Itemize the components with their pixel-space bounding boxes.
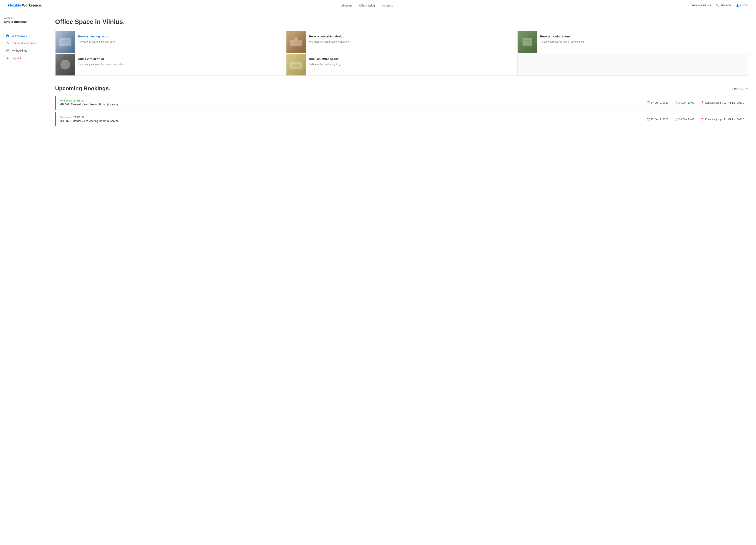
bookings-title-text: Upcoming Bookings bbox=[55, 85, 109, 91]
service-desc-office-space: Fully furnished and ready to go. bbox=[309, 62, 514, 66]
service-text-office-space: Book an office space. Fully furnished an… bbox=[306, 54, 517, 69]
service-desc-coworking: Your desk in shared space everywhere. bbox=[309, 40, 514, 44]
sidebar-label-my-bookings: My bookings bbox=[12, 49, 27, 52]
clock-icon: 🕘 bbox=[675, 101, 678, 104]
search-label: SEARCH bbox=[720, 4, 731, 7]
login-button[interactable]: 👤 LOGIN bbox=[736, 4, 748, 7]
main-nav: About us Offer catalog Contacts bbox=[341, 4, 393, 7]
sidebar-label-workspaces: Workspaces bbox=[12, 34, 27, 37]
service-image-office-space bbox=[286, 54, 306, 75]
booking-time-text-1: 09:00 - 13:00 bbox=[679, 101, 694, 104]
service-grid: Book a meeting room. Professional space … bbox=[55, 31, 748, 76]
main-layout: Welcome! Kyrylo Budanov Workspaces Perso… bbox=[0, 11, 756, 545]
service-card-office-space[interactable]: Book an office space. Fully furnished an… bbox=[286, 54, 517, 76]
logout-icon bbox=[6, 56, 9, 60]
service-image-virtual-office bbox=[56, 54, 75, 75]
login-label: LOGIN bbox=[740, 4, 748, 7]
nav-about-us[interactable]: About us bbox=[341, 4, 352, 7]
service-desc-meeting-room: Professional space to meet or pitch. bbox=[78, 40, 283, 44]
clock-icon-2: 🕘 bbox=[675, 118, 678, 121]
service-title-meeting-room: Book a meeting room. bbox=[78, 34, 283, 38]
service-card-training[interactable]: Book a training room. Purpose-built spac… bbox=[517, 31, 748, 53]
location-icon-2: 📍 bbox=[700, 118, 704, 121]
sidebar-item-logout[interactable]: Log out bbox=[4, 55, 43, 61]
service-image-coworking bbox=[286, 31, 306, 53]
sidebar-item-personal-info[interactable]: Personal information bbox=[4, 40, 43, 46]
service-desc-virtual-office: An instant professional presence everywh… bbox=[78, 62, 283, 66]
service-card-empty bbox=[517, 54, 748, 76]
svg-rect-13 bbox=[292, 64, 300, 67]
service-text-virtual-office: Add a virtual office. An instant profess… bbox=[75, 54, 286, 69]
book-online-button[interactable]: BOOK ONLINE bbox=[692, 4, 711, 7]
booking-location-text-1: Konstitucijos pr. 21, Vilnius, 08130 bbox=[705, 101, 744, 104]
sidebar-label-logout: Log out bbox=[12, 57, 21, 60]
service-text-meeting-room: Book a meeting room. Professional space … bbox=[75, 31, 286, 47]
booking-time-text-2: 09:00 - 13:00 bbox=[679, 118, 694, 121]
svg-rect-5 bbox=[61, 40, 69, 41]
sidebar: Welcome! Kyrylo Budanov Workspaces Perso… bbox=[0, 11, 47, 545]
service-card-coworking[interactable]: Book a coworking desk. Your desk in shar… bbox=[286, 31, 517, 53]
sidebar-label-personal-info: Personal information bbox=[12, 42, 37, 45]
view-all-link[interactable]: VIEW ALL → bbox=[732, 87, 748, 90]
booking-date-1: 📅 Fri Jun 2, 2023 bbox=[647, 101, 668, 104]
service-title-training: Book a training room. bbox=[540, 34, 745, 38]
service-title-office-space: Book an office space. bbox=[309, 57, 514, 61]
svg-point-11 bbox=[60, 60, 70, 70]
header: Flexible Workspace. About us Offer catal… bbox=[0, 0, 756, 11]
booking-card-1[interactable]: Reference: 133629197 MR 007, External Vi… bbox=[55, 96, 748, 110]
bookings-icon bbox=[6, 49, 9, 52]
service-title-coworking: Book a coworking desk. bbox=[309, 34, 514, 38]
svg-point-0 bbox=[7, 42, 8, 43]
sidebar-welcome: Welcome! bbox=[4, 17, 43, 19]
service-title-virtual-office: Add a virtual office. bbox=[78, 57, 283, 61]
logo-rest: Workspace. bbox=[21, 3, 42, 7]
bookings-title-dot: . bbox=[109, 85, 110, 91]
svg-rect-9 bbox=[523, 38, 532, 46]
nav-contacts[interactable]: Contacts bbox=[382, 4, 393, 7]
svg-rect-4 bbox=[59, 38, 71, 46]
svg-rect-6 bbox=[61, 42, 67, 43]
booking-date-2: 📅 Fri Jun 2, 2023 bbox=[647, 118, 668, 121]
booking-info-2: Reference: 133629197 MR 007, External Vi… bbox=[60, 116, 643, 122]
bookings-section-title: Upcoming Bookings. bbox=[55, 85, 110, 92]
calendar-icon: 📅 bbox=[647, 101, 650, 104]
user-icon: 👤 bbox=[736, 4, 739, 7]
svg-point-8 bbox=[294, 37, 298, 41]
page-title: Office Space in Vilnius. bbox=[55, 18, 748, 25]
booking-location-1: 📍 Konstitucijos pr. 21, Vilnius, 08130 bbox=[700, 101, 744, 104]
booking-meta-2: 📅 Fri Jun 2, 2023 🕘 09:00 - 13:00 📍 Kons… bbox=[647, 118, 744, 121]
booking-meta-1: 📅 Fri Jun 2, 2023 🕘 09:00 - 13:00 📍 Kons… bbox=[647, 101, 744, 104]
location-icon: 📍 bbox=[700, 101, 704, 104]
sidebar-item-workspaces[interactable]: Workspaces bbox=[4, 32, 43, 39]
nav-offer-catalog[interactable]: Offer catalog bbox=[359, 4, 375, 7]
service-image-training bbox=[518, 31, 537, 53]
search-icon: 🔍 bbox=[716, 4, 719, 7]
booking-date-text-1: Fri Jun 2, 2023 bbox=[651, 101, 668, 104]
service-text-coworking: Book a coworking desk. Your desk in shar… bbox=[306, 31, 517, 47]
main-content: Office Space in Vilnius. Book a meeting … bbox=[47, 11, 756, 545]
booking-name-1: MR 007, External View Meeting Room (4 se… bbox=[60, 103, 643, 106]
page-title-text: Office Space in Vilnius bbox=[55, 18, 123, 25]
booking-card-2[interactable]: Reference: 133629197 MR 007, External Vi… bbox=[55, 112, 748, 126]
service-image-meeting-room bbox=[56, 31, 75, 53]
service-card-meeting-room[interactable]: Book a meeting room. Professional space … bbox=[55, 31, 286, 53]
booking-time-2: 🕘 09:00 - 13:00 bbox=[675, 118, 694, 121]
sidebar-nav: Workspaces Personal information My booki… bbox=[4, 32, 43, 61]
svg-rect-1 bbox=[6, 50, 9, 52]
service-text-training: Book a training room. Purpose-built spac… bbox=[537, 31, 748, 47]
bookings-section-header: Upcoming Bookings. VIEW ALL → bbox=[55, 85, 748, 92]
logo-accent: Flexible bbox=[8, 3, 21, 7]
search-button[interactable]: 🔍 SEARCH bbox=[716, 4, 731, 7]
sidebar-username: Kyrylo Budanov bbox=[4, 20, 43, 23]
service-desc-training: Purpose-built spaces with on-site cateri… bbox=[540, 40, 745, 44]
booking-time-1: 🕘 09:00 - 13:00 bbox=[675, 101, 694, 104]
svg-point-3 bbox=[7, 57, 8, 59]
logo[interactable]: Flexible Workspace. bbox=[8, 3, 42, 7]
service-card-virtual-office[interactable]: Add a virtual office. An instant profess… bbox=[55, 54, 286, 76]
view-all-label: VIEW ALL bbox=[732, 87, 743, 90]
person-icon bbox=[6, 41, 9, 45]
booking-location-text-2: Konstitucijos pr. 21, Vilnius, 08130 bbox=[705, 118, 744, 121]
sidebar-item-my-bookings[interactable]: My bookings bbox=[4, 47, 43, 54]
home-icon bbox=[6, 34, 9, 37]
nav-right: BOOK ONLINE 🔍 SEARCH 👤 LOGIN bbox=[692, 4, 748, 7]
